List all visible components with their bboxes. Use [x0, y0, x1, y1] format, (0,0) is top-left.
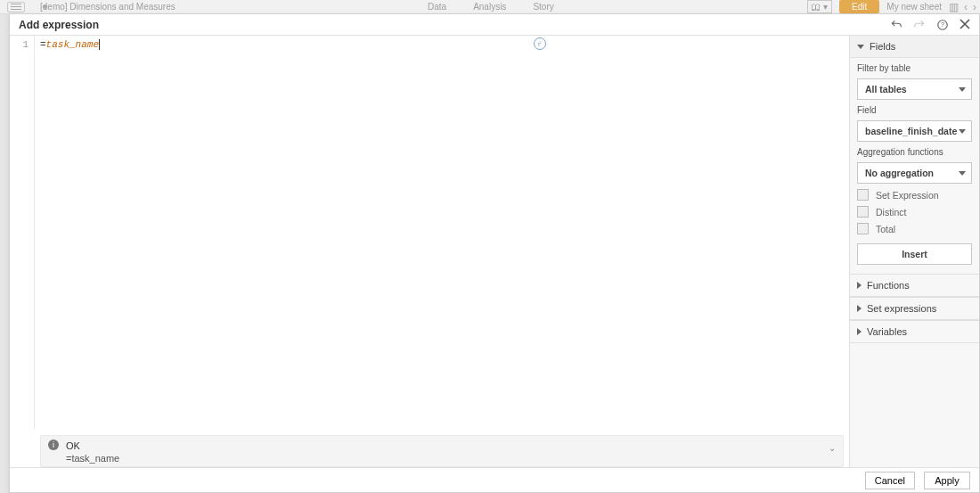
field-select[interactable]: baseline_finish_date	[857, 120, 972, 142]
redo-icon[interactable]	[913, 19, 926, 31]
status-bar[interactable]: i OK =task_name ⌄	[40, 435, 844, 467]
bg-edit-button: Edit	[839, 0, 879, 13]
cancel-button[interactable]: Cancel	[865, 472, 915, 489]
status-expression: =task_name	[66, 452, 119, 464]
accordion-functions[interactable]: Functions	[850, 274, 979, 297]
fields-panel: Filter by table All tables Field baselin…	[850, 58, 979, 274]
help-icon[interactable]: ?	[936, 19, 949, 31]
add-expression-modal: Add expression ? 1	[9, 13, 980, 493]
caret-down-icon	[857, 45, 864, 49]
modal-header: Add expression ?	[10, 14, 979, 36]
filter-by-table-label: Filter by table	[857, 63, 972, 73]
modal-footer: Cancel Apply	[10, 467, 979, 492]
accordion-variables[interactable]: Variables	[850, 320, 979, 343]
function-badge-icon[interactable]: ѓ	[534, 37, 546, 50]
filter-by-table-select[interactable]: All tables	[857, 78, 972, 100]
editor-gutter: 1	[10, 36, 35, 430]
checkbox-icon	[857, 189, 869, 201]
right-sidebar: Fields Filter by table All tables Field …	[850, 36, 979, 467]
checkbox-icon	[857, 206, 869, 218]
expression-editor[interactable]: =task_name ѓ	[35, 36, 849, 430]
status-state: OK	[66, 440, 119, 452]
checkbox-icon	[857, 223, 869, 234]
chevron-down-icon	[959, 87, 966, 92]
line-number: 1	[10, 39, 29, 50]
background-app-toolbar: ▾ [demo] Dimensions and Measures Data An…	[0, 0, 980, 14]
caret-right-icon	[857, 282, 862, 289]
accordion-set-expressions[interactable]: Set expressions	[850, 297, 979, 320]
svg-text:?: ?	[941, 21, 944, 28]
caret-right-icon	[857, 328, 862, 335]
accordion-fields[interactable]: Fields	[850, 36, 979, 58]
aggregation-select[interactable]: No aggregation	[857, 162, 972, 184]
set-expression-checkbox[interactable]: Set Expression	[857, 189, 972, 201]
apply-button[interactable]: Apply	[924, 472, 970, 489]
close-icon[interactable]	[960, 19, 970, 31]
bg-tab-data: Data	[428, 2, 446, 12]
info-icon: i	[48, 440, 59, 450]
total-checkbox[interactable]: Total	[857, 223, 972, 234]
bg-tab-story: Story	[533, 2, 553, 12]
code-token: task_name	[46, 39, 99, 50]
fields-header: Fields	[870, 41, 895, 52]
chevron-down-icon[interactable]: ⌄	[829, 440, 836, 453]
insert-button[interactable]: Insert	[857, 243, 972, 265]
undo-icon[interactable]	[890, 19, 902, 31]
bg-sheet-name: My new sheet	[886, 2, 942, 12]
distinct-checkbox[interactable]: Distinct	[857, 206, 972, 218]
hamburger-icon	[7, 2, 25, 12]
chevron-down-icon	[959, 129, 966, 134]
bg-tab-analysis: Analysis	[473, 2, 506, 12]
expression-editor-pane: 1 =task_name ѓ i OK =task_name ⌄	[10, 36, 850, 467]
modal-title: Add expression	[19, 19, 890, 31]
equals-sign: =	[40, 39, 46, 50]
bg-app-title: [demo] Dimensions and Measures	[40, 2, 176, 12]
aggregation-label: Aggregation functions	[857, 147, 972, 157]
field-label: Field	[857, 105, 972, 115]
caret-right-icon	[857, 305, 862, 312]
chevron-down-icon	[959, 171, 966, 176]
text-caret	[99, 39, 100, 50]
